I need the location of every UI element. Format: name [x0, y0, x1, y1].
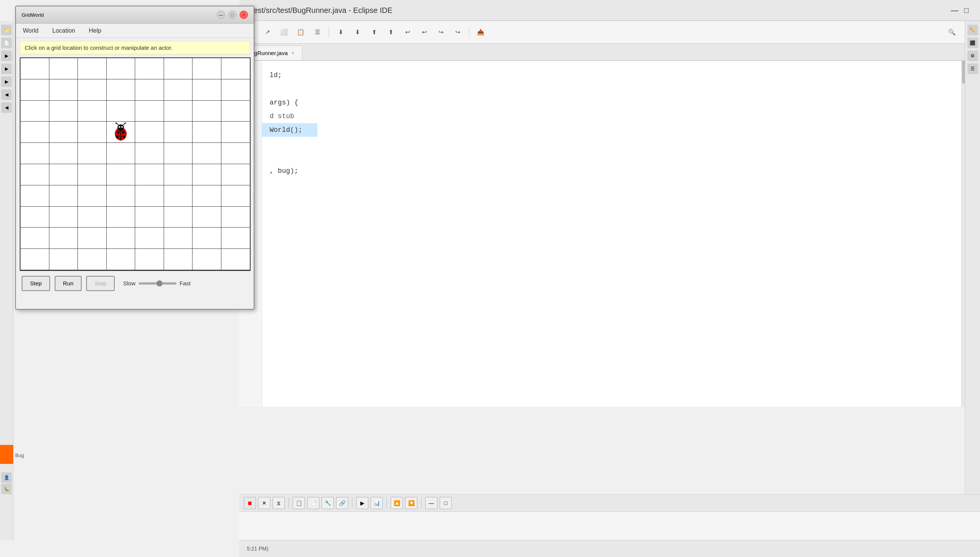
- grid-cell[interactable]: [107, 164, 136, 186]
- grid-cell[interactable]: [164, 122, 193, 143]
- grid-cell[interactable]: [78, 101, 107, 122]
- menu-help[interactable]: Help: [86, 26, 104, 36]
- grid-cell[interactable]: [221, 58, 250, 80]
- grid-cell[interactable]: [135, 80, 164, 101]
- grid-cell[interactable]: [21, 143, 49, 164]
- grid-cell[interactable]: [135, 164, 164, 186]
- grid-cell[interactable]: [49, 186, 78, 207]
- toolbar-btn-8[interactable]: ⬆: [367, 26, 381, 39]
- grid-cell[interactable]: [21, 58, 49, 80]
- grid-cell[interactable]: [107, 101, 136, 122]
- sidebar-icon-4[interactable]: ▶: [1, 64, 12, 74]
- grid-cell[interactable]: [49, 101, 78, 122]
- eclipse-editor[interactable]: ld; args) { d stub World(); , bug);: [239, 61, 968, 407]
- toolbar-btn-fwd[interactable]: ↪: [434, 26, 448, 39]
- grid-cell[interactable]: [107, 186, 136, 207]
- grid-cell[interactable]: [107, 207, 136, 228]
- grid-cell[interactable]: [164, 101, 193, 122]
- grid-cell[interactable]: [78, 164, 107, 186]
- eclipse-maximize[interactable]: □: [964, 6, 969, 15]
- tab-close-icon[interactable]: ×: [292, 50, 295, 56]
- sidebar-icon-9[interactable]: 🐛: [1, 484, 12, 494]
- right-icon-1[interactable]: ✏️: [967, 25, 978, 35]
- console-btn-6[interactable]: 🔧: [321, 497, 334, 509]
- grid-cell[interactable]: [107, 249, 136, 270]
- sidebar-icon-2[interactable]: 📄: [1, 37, 12, 48]
- grid-cell[interactable]: [49, 164, 78, 186]
- grid-cell[interactable]: [21, 228, 49, 249]
- right-icon-3[interactable]: ⚙: [967, 50, 978, 61]
- stop-button[interactable]: Stop: [86, 276, 115, 291]
- sidebar-icon-5[interactable]: ▶: [1, 77, 12, 87]
- console-btn-11[interactable]: 🔽: [405, 497, 417, 509]
- console-btn-10[interactable]: 🔼: [391, 497, 403, 509]
- grid-cell[interactable]: [135, 186, 164, 207]
- speed-thumb[interactable]: [156, 280, 162, 287]
- toolbar-btn-back2[interactable]: ↩: [417, 26, 431, 39]
- grid-cell[interactable]: [107, 228, 136, 249]
- grid-cell[interactable]: [135, 249, 164, 270]
- eclipse-minimize[interactable]: —: [951, 6, 958, 15]
- grid-cell[interactable]: [78, 228, 107, 249]
- sidebar-icon-3[interactable]: ▶: [1, 50, 12, 61]
- grid-cell[interactable]: [107, 122, 136, 143]
- toolbar-btn-export[interactable]: 📤: [474, 26, 488, 39]
- sidebar-icon-7[interactable]: ◀: [1, 102, 12, 113]
- right-icon-4[interactable]: ☰: [967, 64, 978, 74]
- right-icon-2[interactable]: ⬛: [967, 37, 978, 48]
- toolbar-btn-4[interactable]: 📋: [294, 26, 308, 39]
- eclipse-window-controls[interactable]: — □: [951, 6, 969, 15]
- grid-cell[interactable]: [193, 101, 221, 122]
- grid-cell[interactable]: [78, 122, 107, 143]
- console-btn-5[interactable]: 📄: [307, 497, 319, 509]
- menu-world[interactable]: World: [20, 26, 42, 36]
- grid-cell[interactable]: [107, 143, 136, 164]
- grid-cell[interactable]: [164, 143, 193, 164]
- toolbar-btn-2[interactable]: ↗: [260, 26, 274, 39]
- grid-cell[interactable]: [221, 122, 250, 143]
- console-btn-9[interactable]: 📊: [371, 497, 383, 509]
- console-btn-7[interactable]: 🔗: [336, 497, 348, 509]
- grid-cell[interactable]: [21, 101, 49, 122]
- grid-cell[interactable]: [193, 228, 221, 249]
- grid-cell[interactable]: [21, 207, 49, 228]
- grid-cell[interactable]: [78, 143, 107, 164]
- toolbar-btn-7[interactable]: ⬇: [350, 26, 364, 39]
- grid-cell[interactable]: [78, 58, 107, 80]
- grid-cell[interactable]: [193, 164, 221, 186]
- grid-cell[interactable]: [193, 186, 221, 207]
- grid-cell[interactable]: [78, 207, 107, 228]
- grid-cell[interactable]: [49, 228, 78, 249]
- grid-cell[interactable]: [49, 207, 78, 228]
- console-btn-2[interactable]: ✕: [258, 497, 270, 509]
- run-button[interactable]: Run: [55, 276, 82, 291]
- toolbar-btn-back[interactable]: ↩: [401, 26, 414, 39]
- grid-cell[interactable]: [135, 143, 164, 164]
- grid-cell[interactable]: [193, 122, 221, 143]
- grid-cell[interactable]: [135, 228, 164, 249]
- grid-cell[interactable]: [193, 58, 221, 80]
- grid-cell[interactable]: [21, 122, 49, 143]
- console-stop-btn[interactable]: ■: [244, 497, 256, 509]
- toolbar-btn-5[interactable]: ☰: [311, 26, 324, 39]
- grid-cell[interactable]: [164, 228, 193, 249]
- grid-cell[interactable]: [164, 186, 193, 207]
- step-button[interactable]: Step: [22, 276, 50, 291]
- toolbar-search-btn[interactable]: 🔍: [945, 26, 959, 39]
- grid-cell[interactable]: [193, 207, 221, 228]
- sidebar-icon-6[interactable]: ◀: [1, 89, 12, 100]
- grid-cell[interactable]: [78, 249, 107, 270]
- console-btn-3[interactable]: ⧖: [273, 497, 285, 509]
- grid-cell[interactable]: [78, 186, 107, 207]
- grid-cell[interactable]: [107, 58, 136, 80]
- grid-cell[interactable]: [135, 207, 164, 228]
- sidebar-icon-1[interactable]: 📁: [1, 25, 12, 35]
- grid-cell[interactable]: [107, 80, 136, 101]
- console-btn-4[interactable]: 📋: [293, 497, 305, 509]
- console-btn-12[interactable]: —: [425, 497, 437, 509]
- grid-cell[interactable]: [164, 249, 193, 270]
- grid-cell[interactable]: [78, 80, 107, 101]
- grid-cell[interactable]: [49, 58, 78, 80]
- console-btn-8[interactable]: ▶: [356, 497, 368, 509]
- grid-cell[interactable]: [221, 143, 250, 164]
